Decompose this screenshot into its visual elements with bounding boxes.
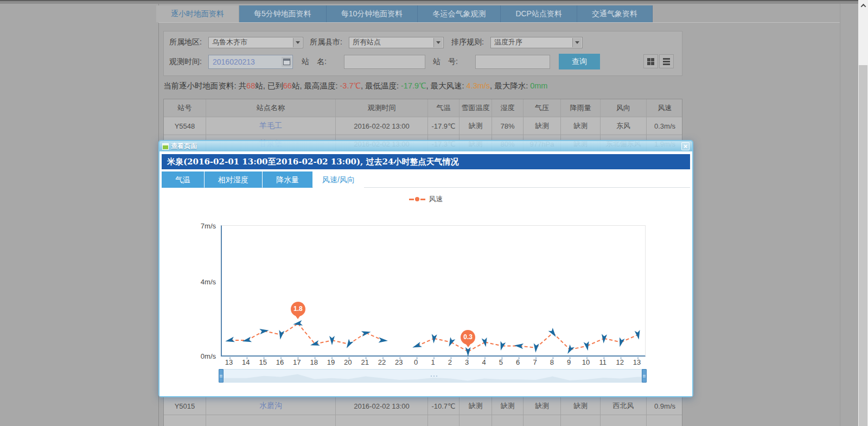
x-axis-tick-label: 22 <box>373 358 391 366</box>
x-axis-tick-label: 12 <box>611 358 629 366</box>
x-axis-tick-label: 7 <box>526 358 544 366</box>
top-border-2 <box>0 1 868 4</box>
x-axis-labels: 1314151617181920212223012345678910111213 <box>221 358 646 368</box>
dialog-titlebar[interactable]: 查看页面 × <box>159 141 692 151</box>
table-header-cell: 雪面温度 <box>459 99 492 117</box>
page: 逐小时地面资料每5分钟地面资料每10分钟地面资料冬运会气象观测DCP站点资料交通… <box>0 0 868 426</box>
station-name-link[interactable]: 羊毛工 <box>206 117 336 135</box>
view-dialog: 查看页面 × 米泉(2016-02-01 13:00至2016-02-02 13… <box>158 140 693 397</box>
main-tab[interactable]: 冬运会气象观测 <box>418 5 501 22</box>
slider-left-handle[interactable] <box>219 369 224 383</box>
table-cell: 缺测 <box>459 397 492 415</box>
value-label-pin: 1.8 <box>291 302 305 316</box>
station-name-input[interactable] <box>344 55 425 69</box>
table-header-cell: 气温 <box>428 99 459 117</box>
calendar-icon[interactable] <box>282 57 291 67</box>
x-axis-tick-label: 6 <box>509 358 527 366</box>
x-axis-tick-label: 23 <box>390 358 407 366</box>
table-cell: 2016-02-02 13:00 <box>336 397 428 415</box>
list-view-button[interactable] <box>659 54 674 68</box>
table-cell: 78% <box>492 117 524 135</box>
table-cell: -10.7℃ <box>428 397 459 415</box>
table-header-cell: 风向 <box>601 99 647 117</box>
station-id-label: 站 号: <box>433 57 475 67</box>
dialog-tab-bar: 气温相对湿度降水量风速/风向 <box>162 171 690 188</box>
legend-label: 风速 <box>429 194 443 204</box>
table-cell <box>492 415 524 426</box>
filter-row-2: 观测时间: 2016020213 站 名: 站 号: 查询 <box>169 54 676 69</box>
table-cell: -17.9℃ <box>428 117 459 135</box>
close-icon[interactable]: × <box>681 142 690 150</box>
dialog-tab[interactable]: 降水量 <box>263 171 312 188</box>
dialog-tab[interactable]: 风速/风向 <box>313 171 364 188</box>
table-cell: 0.9m/s <box>647 397 683 415</box>
table-row: Y5015水磨沟2016-02-02 13:00-10.7℃缺测缺测缺测缺测西北… <box>164 397 682 415</box>
grid-view-button[interactable] <box>643 54 658 68</box>
table-cell <box>428 415 459 426</box>
x-axis-tick-label: 4 <box>475 358 493 366</box>
window-icon <box>162 143 169 150</box>
slider-grip-dots <box>433 376 435 377</box>
main-tab[interactable]: DCP站点资料 <box>501 5 577 22</box>
table-row: Y5548羊毛工2016-02-02 13:00-17.9℃缺测78%缺测缺测东… <box>164 117 682 135</box>
county-value: 所有站点 <box>353 37 381 47</box>
query-button[interactable]: 查询 <box>559 54 600 69</box>
table-cell: 东风 <box>601 117 647 135</box>
main-tab[interactable]: 每5分钟地面资料 <box>239 5 327 22</box>
dialog-tab[interactable]: 气温 <box>162 171 204 188</box>
table-cell: Y5015 <box>164 397 206 415</box>
table-cell: 缺测 <box>561 117 601 135</box>
summary-segment: 0mm <box>530 81 547 90</box>
x-axis-tick-label: 15 <box>254 358 272 366</box>
main-tab[interactable]: 每10分钟地面资料 <box>327 5 418 22</box>
table-cell: 缺测 <box>524 117 561 135</box>
x-axis-tick-label: 9 <box>560 358 578 366</box>
summary-segment: 4.3m/s <box>467 81 490 90</box>
slider-right-handle[interactable] <box>642 369 647 383</box>
x-axis-tick-label: 19 <box>322 358 340 366</box>
table-cell: 缺测 <box>459 117 492 135</box>
x-axis-tick-label: 21 <box>356 358 374 366</box>
y-axis-tick-label: 4m/s <box>182 278 216 286</box>
county-select[interactable]: 所有站点 <box>349 37 444 48</box>
main-tab[interactable]: 逐小时地面资料 <box>156 5 239 22</box>
table-row <box>164 415 682 426</box>
table-cell <box>164 415 206 426</box>
legend-symbol <box>409 197 425 201</box>
summary-segment: -3.7℃ <box>340 81 361 90</box>
table-header-cell: 降雨量 <box>561 99 601 117</box>
x-axis-tick-label: 0 <box>407 358 425 366</box>
range-slider[interactable] <box>221 369 646 383</box>
grid-view-icon <box>647 58 654 65</box>
y-axis-tick-label: 0m/s <box>182 352 216 360</box>
station-name-link[interactable]: 水磨沟 <box>206 397 336 415</box>
scroll-up-button[interactable] <box>858 0 868 11</box>
scrollbar-thumb[interactable] <box>859 65 867 426</box>
tab-underline <box>158 22 840 23</box>
table-cell: 2016-02-02 13:00 <box>336 117 428 135</box>
region-select[interactable]: 乌鲁木齐市 <box>208 37 303 48</box>
obstime-input[interactable]: 2016020213 <box>208 55 293 69</box>
dialog-title: 查看页面 <box>171 142 197 151</box>
table-cell: 0.3m/s <box>647 117 683 135</box>
sort-select[interactable]: 温度升序 <box>490 37 583 48</box>
station-id-input[interactable] <box>475 55 550 69</box>
summary-segment: 68 <box>246 81 255 90</box>
obstime-label: 观测时间: <box>169 57 208 67</box>
main-tab[interactable]: 交通气象资料 <box>577 5 653 22</box>
x-axis-tick-label: 3 <box>458 358 476 366</box>
sort-label: 排序规则: <box>451 37 490 47</box>
x-axis-tick-label: 17 <box>288 358 305 366</box>
table-cell <box>206 415 336 426</box>
dialog-tab[interactable]: 相对湿度 <box>205 171 262 188</box>
table-header-cell: 湿度 <box>492 99 524 117</box>
table-header-row: 站号站点名称观测时间气温雪面温度湿度气压降雨量风向风速 <box>164 99 682 117</box>
x-axis-tick-label: 5 <box>492 358 509 366</box>
main-tab-bar: 逐小时地面资料每5分钟地面资料每10分钟地面资料冬运会气象观测DCP站点资料交通… <box>156 5 653 22</box>
obstime-value: 2016020213 <box>213 58 255 66</box>
county-label: 所属县市: <box>310 37 349 47</box>
x-axis-tick-label: 18 <box>305 358 323 366</box>
table-cell <box>647 415 683 426</box>
table-header-cell: 站点名称 <box>206 99 336 117</box>
x-axis-tick-label: 14 <box>237 358 254 366</box>
